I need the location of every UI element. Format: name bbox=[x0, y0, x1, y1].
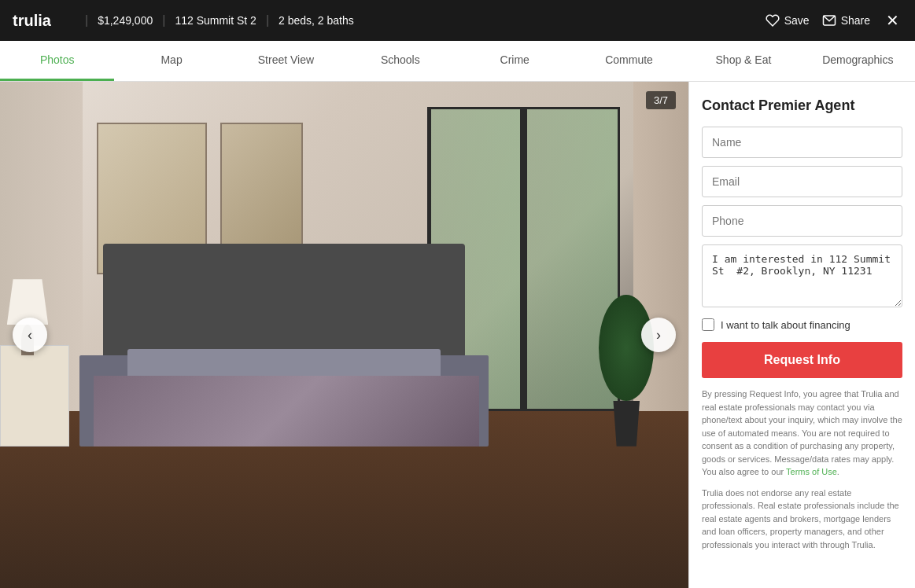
plant-pot bbox=[610, 401, 643, 447]
bedroom-scene bbox=[0, 82, 688, 588]
header-beds-baths: 2 beds, 2 baths bbox=[279, 14, 354, 27]
trulia-logo: trulia bbox=[13, 11, 76, 30]
disclaimer-text-1: By pressing Request Info, you agree that… bbox=[702, 388, 902, 479]
tab-photos[interactable]: Photos bbox=[0, 41, 114, 81]
svg-text:trulia: trulia bbox=[13, 12, 52, 29]
tab-shop-eat[interactable]: Shop & Eat bbox=[686, 41, 800, 81]
header-actions: Save Share ✕ bbox=[766, 8, 902, 33]
financing-checkbox-row: I want to talk about financing bbox=[702, 318, 902, 331]
close-button[interactable]: ✕ bbox=[883, 8, 902, 33]
nav-tabs: Photos Map Street View Schools Crime Com… bbox=[0, 41, 915, 82]
plant bbox=[599, 295, 654, 447]
tab-street-view[interactable]: Street View bbox=[229, 41, 343, 81]
tab-crime[interactable]: Crime bbox=[458, 41, 572, 81]
photo-next-button[interactable]: › bbox=[641, 318, 676, 352]
share-button[interactable]: Share bbox=[822, 13, 870, 28]
plant-leaves bbox=[599, 295, 654, 401]
bed-headboard bbox=[103, 244, 464, 355]
tab-commute[interactable]: Commute bbox=[572, 41, 686, 81]
share-label: Share bbox=[841, 14, 870, 27]
header-price: $1,249,000 bbox=[98, 14, 153, 27]
photo-area: 3/7 ‹ bbox=[0, 82, 688, 588]
financing-label[interactable]: I want to talk about financing bbox=[721, 319, 850, 331]
header: trulia | $1,249,000 | 112 Summit St 2 | … bbox=[0, 0, 915, 41]
photo-prev-button[interactable]: ‹ bbox=[13, 318, 47, 352]
photo-counter: 3/7 bbox=[646, 91, 676, 109]
tab-map[interactable]: Map bbox=[114, 41, 228, 81]
terms-of-use-link[interactable]: Terms of Use bbox=[786, 467, 837, 476]
save-button[interactable]: Save bbox=[766, 13, 810, 28]
phone-input[interactable] bbox=[702, 205, 902, 237]
header-address: 112 Summit St 2 bbox=[175, 14, 256, 27]
save-label: Save bbox=[784, 14, 810, 27]
tab-demographics[interactable]: Demographics bbox=[801, 41, 915, 81]
bed-cover bbox=[94, 376, 479, 447]
financing-checkbox[interactable] bbox=[702, 318, 714, 331]
main-content: 3/7 ‹ bbox=[0, 82, 915, 588]
art-piece-2 bbox=[220, 123, 303, 249]
message-textarea[interactable]: I am interested in 112 Summit St #2, Bro… bbox=[702, 244, 902, 307]
email-input[interactable] bbox=[702, 166, 902, 197]
tab-schools[interactable]: Schools bbox=[343, 41, 457, 81]
request-info-button[interactable]: Request Info bbox=[702, 342, 902, 378]
contact-title: Contact Premier Agent bbox=[702, 97, 902, 114]
name-input[interactable] bbox=[702, 127, 902, 158]
disclaimer-text-2: Trulia does not endorse any real estate … bbox=[702, 487, 902, 552]
bed bbox=[55, 244, 537, 447]
header-separator-2: | bbox=[162, 13, 165, 28]
header-separator-3: | bbox=[266, 13, 269, 28]
header-separator-1: | bbox=[85, 13, 88, 28]
contact-sidebar: Contact Premier Agent I am interested in… bbox=[688, 82, 915, 588]
